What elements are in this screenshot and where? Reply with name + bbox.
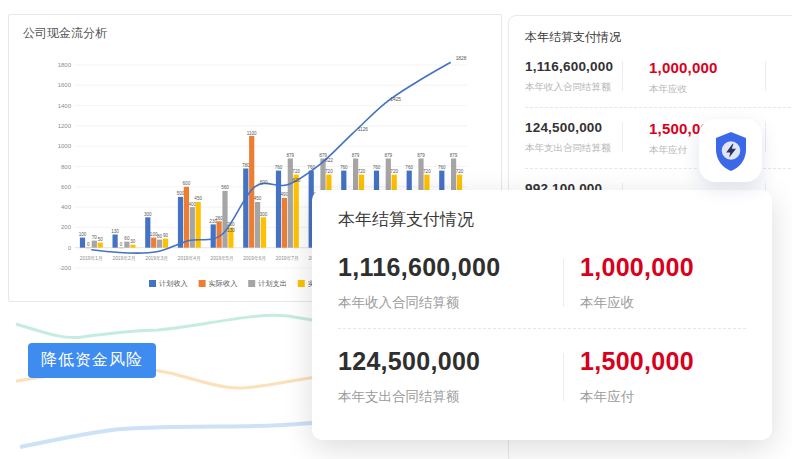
dashboard-canvas: { "colors": { "accent_blue": "#3E8CF0", … bbox=[0, 0, 792, 459]
legend-swatch bbox=[298, 280, 305, 287]
stat-value-red: 1,500,000 bbox=[580, 347, 746, 376]
line-data-label: 1126 bbox=[358, 127, 369, 132]
bar bbox=[282, 198, 287, 248]
stat-value: 124,500,000 bbox=[525, 120, 622, 135]
stat-value: 124,500,000 bbox=[338, 347, 563, 376]
bar-data-label: 720 bbox=[358, 169, 366, 174]
column-divider bbox=[765, 122, 766, 152]
bar-data-label: 1100 bbox=[247, 131, 257, 136]
bar-data-label: 70 bbox=[92, 235, 98, 240]
stat-expense-settled: 124,500,000 本年支出合同结算额 bbox=[338, 347, 563, 406]
line-data-label: 130 bbox=[227, 228, 235, 233]
bar bbox=[190, 207, 195, 248]
bar bbox=[92, 241, 97, 248]
bar bbox=[157, 240, 162, 248]
bar-data-label: 760 bbox=[275, 165, 283, 170]
line-data-label: 822 bbox=[325, 158, 333, 163]
security-badge-card bbox=[699, 119, 762, 182]
bar bbox=[222, 191, 227, 248]
stat-receivable: 1,000,000 本年应收 bbox=[564, 253, 746, 312]
x-axis-label: 2019年4月 bbox=[178, 256, 201, 262]
x-axis-label: 2019年5月 bbox=[211, 256, 234, 262]
bar-data-label: 600 bbox=[183, 181, 191, 186]
legend-swatch bbox=[199, 280, 206, 287]
bar bbox=[124, 242, 129, 248]
bar bbox=[151, 238, 156, 248]
y-axis-label: -200 bbox=[59, 265, 72, 271]
bar-data-label: 780 bbox=[242, 163, 250, 168]
bar-data-label: 0 bbox=[87, 242, 90, 247]
stat-income-settled: 1,116,600,000 本年收入合同结算额 bbox=[338, 253, 563, 312]
stat-value-red: 1,000,000 bbox=[649, 59, 765, 76]
settlement-popup-card: 本年结算支付情况 1,116,600,000 本年收入合同结算额 1,000,0… bbox=[312, 190, 772, 440]
bar-data-label: 760 bbox=[405, 165, 413, 170]
bar bbox=[163, 239, 168, 248]
bar bbox=[119, 248, 124, 249]
bar-data-label: 720 bbox=[390, 169, 398, 174]
popup-row-income: 1,116,600,000 本年收入合同结算额 1,000,000 本年应收 bbox=[338, 247, 746, 324]
line-data-label: 620 bbox=[292, 178, 300, 183]
bar bbox=[130, 245, 135, 248]
stat-value-red: 1,000,000 bbox=[580, 253, 746, 282]
stat-income-settled: 1,116,600,000 本年收入合同结算额 bbox=[525, 59, 622, 94]
bar bbox=[178, 197, 183, 248]
stat-label: 本年应收 bbox=[580, 294, 746, 312]
settlement-row-income: 1,116,600,000 本年收入合同结算额 1,000,000 本年应收 bbox=[525, 59, 791, 96]
bar-data-label: 0 bbox=[120, 242, 123, 247]
cashflow-chart-title: 公司现金流分析 bbox=[23, 25, 107, 42]
stat-label: 本年支出合同结算额 bbox=[338, 388, 563, 406]
bar bbox=[113, 235, 118, 248]
stat-label: 本年应收 bbox=[649, 83, 765, 96]
bar-data-label: 260 bbox=[215, 216, 223, 221]
bar-data-label: 60 bbox=[124, 236, 130, 241]
legend-label: 实际收入 bbox=[209, 279, 238, 288]
bar-data-label: 879 bbox=[450, 153, 458, 158]
y-axis-label: 800 bbox=[61, 164, 72, 170]
x-axis-label: 2019年1月 bbox=[80, 256, 103, 262]
bar bbox=[184, 187, 189, 248]
bar-data-label: 80 bbox=[157, 234, 163, 239]
bar bbox=[294, 175, 299, 248]
y-axis-label: 400 bbox=[61, 204, 72, 210]
stat-label: 本年收入合同结算额 bbox=[525, 81, 622, 94]
bar bbox=[86, 248, 91, 249]
bar-data-label: 760 bbox=[340, 165, 348, 170]
bar-data-label: 30 bbox=[130, 239, 136, 244]
stat-receivable: 1,000,000 本年应收 bbox=[623, 59, 765, 96]
risk-reduction-tag: 降低资金风险 bbox=[28, 343, 156, 378]
bar-data-label: 879 bbox=[352, 153, 360, 158]
bar-data-label: 450 bbox=[194, 196, 202, 201]
stat-label: 本年应付 bbox=[580, 388, 746, 406]
bar-data-label: 560 bbox=[221, 185, 229, 190]
bar bbox=[261, 217, 266, 247]
stat-value: 1,116,600,000 bbox=[525, 59, 622, 74]
bar-data-label: 90 bbox=[163, 233, 169, 238]
shield-lightning-icon bbox=[709, 129, 753, 173]
bar bbox=[255, 202, 260, 248]
y-axis-label: 1200 bbox=[58, 123, 72, 129]
bar bbox=[80, 238, 85, 248]
bar bbox=[276, 171, 281, 248]
bar-data-label: 879 bbox=[417, 153, 425, 158]
bar bbox=[243, 169, 248, 248]
stat-value: 1,116,600,000 bbox=[338, 253, 563, 282]
legend-swatch bbox=[149, 280, 156, 287]
x-axis-label: 2019年2月 bbox=[113, 256, 136, 262]
legend-swatch bbox=[248, 280, 255, 287]
settlement-panel-title: 本年结算支付情况 bbox=[525, 29, 791, 46]
bar-data-label: 300 bbox=[260, 212, 268, 217]
y-axis-label: 1400 bbox=[58, 103, 72, 109]
stat-expense-settled: 124,500,000 本年支出合同结算额 bbox=[525, 120, 622, 155]
bar bbox=[196, 202, 201, 248]
line-data-label: 1425 bbox=[390, 97, 401, 102]
legend-label: 计划支出 bbox=[258, 279, 287, 288]
bar-data-label: 300 bbox=[144, 212, 152, 217]
bar-data-label: 720 bbox=[292, 169, 300, 174]
line-data-label: 1828 bbox=[456, 56, 467, 61]
stat-label: 本年支出合同结算额 bbox=[525, 142, 622, 155]
stat-payable: 1,500,000 本年应付 bbox=[564, 347, 746, 406]
bar-data-label: 50 bbox=[98, 237, 104, 242]
y-axis-label: 1600 bbox=[58, 82, 72, 88]
bar-data-label: 720 bbox=[456, 169, 464, 174]
bar bbox=[211, 224, 216, 247]
